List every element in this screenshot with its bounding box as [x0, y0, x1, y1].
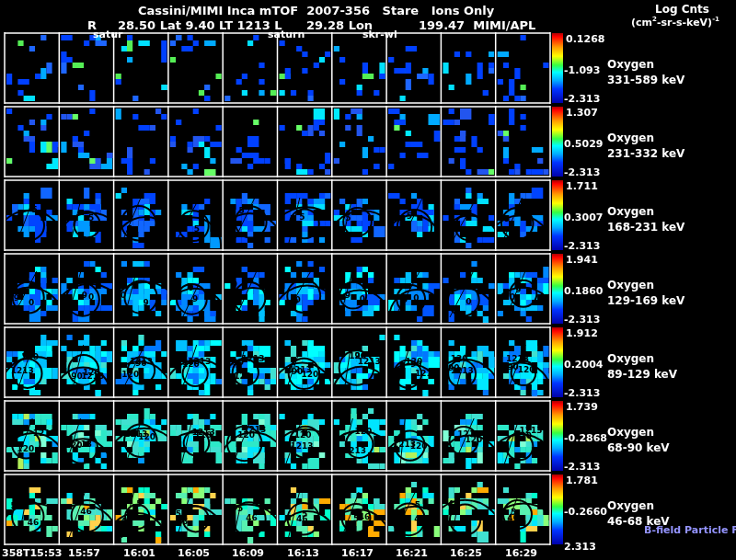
species-label: Oxygen	[607, 499, 654, 512]
time-tick-label: 15:57	[68, 547, 100, 559]
energy-band-label: 129-169 keV	[607, 294, 684, 307]
spacecraft-coordinates: 28.50 Lat 9.40 LT 1213 L	[118, 18, 282, 32]
time-tick-label: 16:25	[450, 547, 482, 559]
energy-band-label: 331-589 keV	[607, 74, 684, 86]
page-title: Cassini/MIMI Inca mTOF 2007-356 Stare Io…	[138, 4, 494, 17]
colorbar-mid-label: 0.3007	[564, 211, 603, 223]
time-tick-label: 16:29	[505, 547, 537, 559]
energy-band-label: 46-68 keV	[607, 515, 670, 528]
species-label: Oxygen	[607, 426, 654, 439]
colorbar-legend-title: Log Cnts	[655, 3, 709, 16]
energy-band-label: 231-332 keV	[607, 147, 684, 160]
species-label: Oxygen	[607, 279, 654, 291]
colorbar-min-label: -2.313	[564, 93, 600, 105]
units-middle: -sr-s-keV)	[657, 17, 712, 29]
colorbar-min-label: 2.313	[564, 541, 596, 553]
mimi-inca-spectrogram-display: Cassini/MIMI Inca mTOF 2007-356 Stare Io…	[0, 0, 736, 560]
time-tick-label: 16:05	[178, 547, 210, 559]
colorbar-legend-units: (cm2-sr-s-keV)-1	[631, 16, 719, 29]
overlay-label-skr-wl: skr-wl	[362, 29, 397, 40]
overlay-label-saturn-truncated: satur	[93, 29, 122, 40]
colorbar-max-label: 0.1268	[566, 33, 604, 45]
units-inverse-exponent: -1	[712, 16, 719, 23]
colorbar-mid-label: -0.2868	[564, 432, 607, 444]
colorbar-min-label: -2.313	[564, 240, 600, 252]
time-tick-label: 16:21	[396, 547, 428, 559]
colorbar-mid-label: -0.2660	[564, 506, 607, 518]
energy-band-label: 168-231 keV	[607, 221, 684, 234]
energy-band-label: 89-129 keV	[607, 368, 677, 381]
colorbar-mid-label: 0.1860	[564, 285, 603, 297]
time-tick-label: 16:01	[123, 547, 155, 559]
overlay-label-saturn: saturn	[268, 29, 305, 40]
skr-longitude-and-credit: 199.47 MIMI/APL	[419, 18, 535, 32]
units-prefix: (cm	[631, 17, 652, 29]
time-tick-label: 16:13	[287, 547, 319, 559]
colorbar-max-label: 1.307	[566, 107, 598, 119]
energy-band-label: 68-90 keV	[607, 441, 670, 454]
species-label: Oxygen	[607, 205, 654, 218]
colorbar-mid-label: 0.5029	[564, 138, 603, 150]
colorbar-mid-label: 0.2004	[564, 359, 603, 371]
colorbar-max-label: 1.739	[566, 401, 598, 413]
species-label: Oxygen	[607, 58, 654, 71]
colorbar-max-label: 1.711	[566, 180, 598, 192]
colorbar-min-label: -2.313	[564, 166, 600, 178]
species-label: Oxygen	[607, 131, 654, 144]
colorbar-max-label: 1.941	[566, 254, 598, 266]
colorbar-min-label: -2.313	[564, 387, 600, 399]
time-tick-label: 16:17	[341, 547, 374, 559]
colorbar-max-label: 1.912	[566, 327, 598, 339]
colorbar-max-label: 1.781	[566, 474, 598, 486]
colorbar-min-label: -2.313	[564, 314, 600, 326]
time-tick-label: 358T15:53	[2, 547, 62, 559]
colorbar-min-label: -2.313	[564, 461, 600, 473]
species-label: Oxygen	[607, 352, 654, 365]
time-tick-label: 16:09	[232, 547, 264, 559]
colorbar-mid-label: -1.093	[564, 64, 600, 76]
